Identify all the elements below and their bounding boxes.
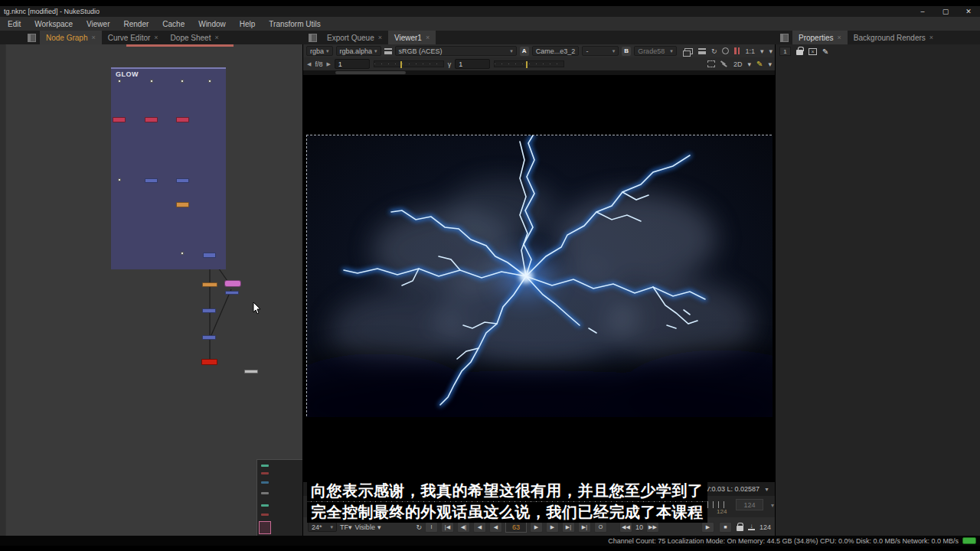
menu-window[interactable]: Window [198,20,226,28]
panel-menu-icon[interactable] [780,34,789,42]
render-export-icon[interactable]: ↓ [748,523,755,530]
play-button[interactable]: ▶ [530,522,543,533]
out-point-button[interactable]: O [594,522,607,533]
menu-transform-utils[interactable]: Transform Utils [269,20,320,28]
gain-slider[interactable] [374,60,444,67]
go-to-end-button[interactable]: ▶| [578,522,591,533]
step-forward-button[interactable]: ▶ [546,522,559,533]
go-to-start-button[interactable]: |◀ [441,522,454,533]
node[interactable] [225,291,239,295]
node-graph-minimap[interactable] [256,459,302,536]
next-arrow-icon[interactable]: ▶ [326,61,330,67]
panel-menu-icon[interactable] [309,34,317,42]
step-back-button[interactable]: ◀ [489,522,502,533]
close-icon[interactable]: × [929,34,933,41]
b-buffer-badge[interactable]: B [622,47,631,56]
menu-render[interactable]: Render [123,20,149,28]
prev-arrow-icon[interactable]: ◀ [307,61,311,67]
tab-viewer1[interactable]: Viewer1 × [388,31,436,44]
lock-range-icon[interactable] [737,526,743,531]
wipe-mode-dropdown[interactable]: - ▾ [582,46,619,56]
gain-field[interactable]: 1 [335,59,370,69]
frame-increment-button[interactable]: ▶▶ [646,522,659,533]
alpha-dropdown[interactable]: rgba.alpha ▾ [336,46,381,56]
scrollbar-thumb[interactable] [335,71,406,74]
node[interactable] [176,178,189,183]
edit-pencil-icon[interactable]: ✎ [822,47,828,56]
node[interactable] [202,308,216,313]
node-dot[interactable] [118,178,121,181]
tf-dropdown[interactable]: TF▾ [340,523,352,531]
close-button[interactable]: ✕ [957,6,980,17]
viewer-canvas[interactable] [303,75,776,482]
loop-mode-icon[interactable]: ↻ [416,523,422,531]
max-panels-field[interactable]: 1 [779,47,791,56]
view-mode-dropdown[interactable]: 2D [733,60,743,68]
menu-cache[interactable]: Cache [162,20,185,28]
collapse-timeline-icon[interactable]: ▾ [771,502,774,509]
menu-viewer[interactable]: Viewer [87,20,109,28]
gamma-slider[interactable] [494,60,564,67]
tab-background-renders[interactable]: Background Renders × [848,31,939,44]
close-icon[interactable]: × [838,34,841,41]
chevron-down-icon[interactable]: ▼ [764,487,769,492]
tab-node-graph[interactable]: Node Graph × [40,31,102,44]
minimize-button[interactable]: – [911,6,934,17]
zoom-level-dropdown[interactable]: 1:1 [745,47,755,55]
flipbook-play-icon[interactable]: ▶ [701,522,714,533]
close-icon[interactable]: × [154,34,158,41]
menu-help[interactable]: Help [240,20,256,28]
collapse-toolbar-icon[interactable]: ▾ [769,47,773,55]
fstop-label[interactable]: f/8 [315,60,322,68]
input-dot[interactable] [150,80,153,83]
chevron-down-icon[interactable]: ▾ [748,60,752,68]
node[interactable] [113,117,126,122]
node-graph-panel[interactable]: GLOW [0,44,302,536]
visible-dropdown[interactable]: Visible ▾ [355,523,381,531]
frame-step-field[interactable]: 10 [635,523,643,531]
close-all-panels-icon[interactable]: × [808,48,817,55]
stack-mode-icon[interactable] [698,48,706,54]
fps-dropdown[interactable]: 24* ▾ [308,522,337,532]
colorspace-dropdown[interactable]: sRGB (ACES) ▾ [395,46,517,56]
gamma-field[interactable]: 1 [455,59,490,69]
node[interactable] [202,335,216,340]
annotate-pencil-icon[interactable]: ✎ [756,60,763,68]
menu-edit[interactable]: Edit [8,20,21,28]
next-keyframe-button[interactable]: ▶| [562,522,575,533]
split-view-icon[interactable] [720,60,728,67]
close-icon[interactable]: × [426,34,430,41]
node[interactable] [244,370,258,373]
close-icon[interactable]: × [214,34,218,41]
roi-icon[interactable] [722,47,729,54]
node[interactable] [145,117,158,122]
node[interactable] [203,253,216,258]
play-backward-button[interactable]: ◀ [473,522,486,533]
tab-dope-sheet[interactable]: Dope Sheet × [165,31,225,44]
chevron-down-icon[interactable]: ▾ [760,47,764,55]
node[interactable] [202,282,217,287]
input-dot[interactable] [208,80,211,83]
frame-decrement-button[interactable]: ◀◀ [619,522,632,533]
current-frame-field[interactable]: 63 [505,522,527,533]
menu-workspace[interactable]: Workspace [34,20,73,28]
node-dot[interactable] [181,252,184,255]
input-dot[interactable] [118,80,121,83]
pause-icon[interactable] [734,47,740,54]
maximize-button[interactable]: ▢ [934,6,957,17]
close-icon[interactable]: × [91,34,95,41]
panel-menu-icon[interactable] [28,34,36,42]
node[interactable] [176,117,189,122]
viewer-image[interactable] [306,135,772,416]
b-input-dropdown[interactable]: Grade58 ▾ [634,46,677,56]
channel-dropdown[interactable]: rgba ▾ [306,46,333,56]
unlock-icon[interactable] [796,50,803,55]
refresh-icon[interactable]: ↻ [711,47,717,55]
tab-curve-editor[interactable]: Curve Editor × [102,31,165,44]
node[interactable] [145,178,158,183]
node-viewer[interactable] [201,359,217,365]
input-process-icon[interactable] [384,48,392,54]
tab-properties[interactable]: Properties × [792,31,848,44]
close-icon[interactable]: × [378,34,382,41]
input-dot[interactable] [181,80,184,83]
